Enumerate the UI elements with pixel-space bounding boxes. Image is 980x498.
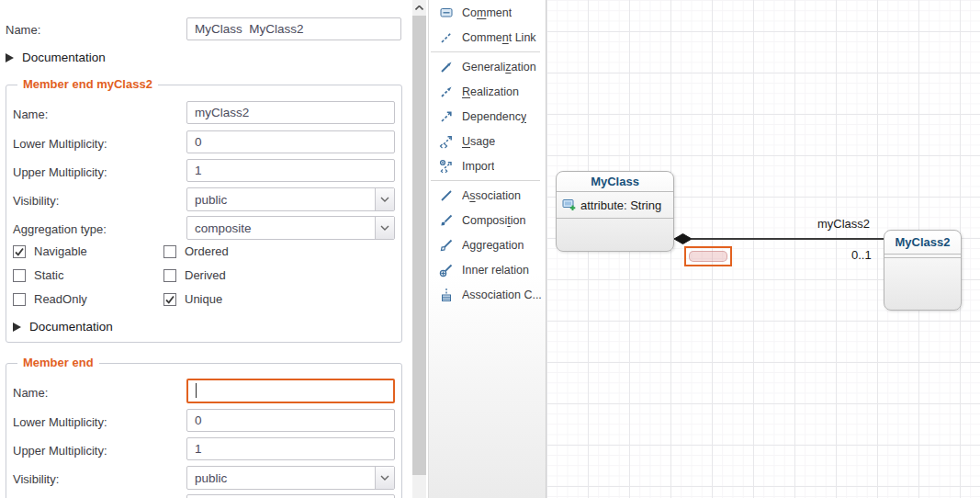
relations-palette: Comment Comment Link Generalization Real…	[428, 0, 546, 498]
palette-item-import[interactable]: Import	[429, 153, 546, 178]
checkbox-checked-icon[interactable]	[163, 293, 176, 306]
palette-item-generalization[interactable]: Generalization	[429, 54, 546, 79]
comment-link-icon	[439, 30, 454, 45]
generalization-icon	[439, 60, 454, 74]
name-label: Name:	[6, 23, 40, 37]
association-icon	[439, 188, 454, 203]
member1-visibility-select[interactable]: public	[186, 187, 395, 211]
checkbox-static[interactable]: Static	[13, 268, 163, 282]
palette-item-dependency[interactable]: Dependency	[429, 104, 546, 129]
attribute-text: attribute: String	[580, 198, 661, 212]
documentation-label: Documentation	[22, 51, 106, 64]
vertical-scrollbar[interactable]	[412, 0, 426, 498]
palette-item-label: Aggregation	[462, 239, 524, 252]
visibility-selected-value: public	[187, 193, 375, 207]
edge-label-editor[interactable]	[684, 246, 732, 266]
realization-icon	[439, 85, 454, 99]
member-end-legend: Member end	[17, 356, 99, 369]
association-class-icon	[439, 288, 454, 302]
upper-multiplicity-label: Upper Multiplicity:	[13, 444, 107, 458]
collapsed-triangle-icon	[13, 323, 21, 332]
checkbox-unchecked-icon[interactable]	[13, 269, 26, 282]
palette-item-label: Comment Link	[462, 31, 536, 44]
member1-flags-group: NavigableOrderedStaticDerivedReadOnlyUni…	[13, 244, 373, 306]
palette-item-usage[interactable]: Usage	[429, 129, 546, 153]
palette-item-label: Import	[462, 160, 494, 173]
checkbox-label: Derived	[185, 268, 226, 282]
association-name-input[interactable]	[186, 17, 401, 40]
visibility-label: Visibility:	[13, 194, 59, 208]
checkbox-label: Static	[34, 268, 64, 282]
lower-multiplicity-label: Lower Multiplicity:	[13, 415, 107, 429]
empty-attributes-compartment	[884, 255, 961, 258]
association-end-name-label[interactable]: myClass2	[817, 217, 870, 231]
palette-item-comment-link[interactable]: Comment Link	[429, 25, 546, 50]
text-caret	[196, 383, 197, 398]
checkbox-readonly[interactable]: ReadOnly	[13, 292, 163, 306]
composition-icon	[439, 213, 454, 228]
lower-multiplicity-label: Lower Multiplicity:	[13, 137, 107, 151]
documentation-toggle[interactable]: Documentation	[6, 51, 106, 64]
scroll-up-button[interactable]	[412, 0, 426, 16]
palette-item-realization[interactable]: Realization	[429, 79, 546, 104]
palette-item-label: Inner relation	[462, 264, 529, 277]
member2-visibility-select[interactable]: public	[186, 466, 395, 490]
member1-lower-multiplicity-input[interactable]	[186, 130, 395, 153]
member2-aggregation-select[interactable]	[186, 494, 395, 498]
palette-item-inner-relation[interactable]: Inner relation	[429, 257, 546, 282]
checkbox-unchecked-icon[interactable]	[163, 269, 176, 282]
documentation-toggle[interactable]: Documentation	[13, 320, 113, 334]
palette-item-aggregation[interactable]: Aggregation	[429, 232, 546, 257]
member2-lower-multiplicity-input[interactable]	[186, 409, 395, 432]
comment-icon	[439, 6, 454, 20]
name-label: Name:	[13, 108, 48, 121]
checkbox-label: Unique	[185, 292, 222, 306]
checkbox-unchecked-icon[interactable]	[163, 245, 176, 258]
edge-label-editor-field[interactable]	[689, 251, 727, 262]
palette-item-association-class[interactable]: Association C...	[429, 282, 546, 307]
palette-item-label: Comment	[462, 6, 512, 19]
chevron-down-icon[interactable]	[375, 188, 394, 210]
member-end-myclass2-legend: Member end myClass2	[17, 77, 158, 91]
usage-icon	[439, 134, 454, 149]
diagram-canvas[interactable]: MyClass attribute: String MyClass2 myCla…	[546, 0, 980, 498]
composite-diamond	[674, 234, 692, 244]
visibility-selected-value: public	[187, 471, 375, 485]
upper-multiplicity-label: Upper Multiplicity:	[13, 165, 107, 179]
member2-name-input[interactable]	[186, 379, 395, 403]
palette-item-comment[interactable]: Comment	[429, 0, 546, 25]
member1-upper-multiplicity-input[interactable]	[186, 159, 395, 182]
palette-item-label: Composition	[462, 214, 526, 227]
palette-item-label: Association C...	[462, 289, 542, 301]
palette-item-association[interactable]: Association	[429, 183, 546, 208]
member1-aggregation-select[interactable]: composite	[186, 216, 395, 240]
scrollbar-thumb[interactable]	[412, 16, 426, 475]
import-icon	[439, 159, 454, 174]
association-multiplicity-label[interactable]: 0..1	[851, 248, 872, 262]
checkbox-navigable[interactable]: Navigable	[13, 244, 163, 258]
checkbox-unchecked-icon[interactable]	[13, 293, 26, 306]
palette-item-label: Realization	[462, 85, 519, 98]
properties-panel: Name: Documentation Member end myClass2 …	[0, 0, 412, 498]
member1-name-input[interactable]	[186, 101, 395, 124]
chevron-down-icon[interactable]	[375, 467, 394, 489]
checkbox-label: ReadOnly	[34, 292, 87, 306]
chevron-down-icon[interactable]	[375, 217, 394, 239]
checkbox-label: Ordered	[185, 244, 229, 258]
palette-item-composition[interactable]: Composition	[429, 208, 546, 232]
checkbox-label: Navigable	[34, 244, 87, 258]
checkbox-ordered[interactable]: Ordered	[163, 244, 373, 258]
class-box-myclass[interactable]: MyClass attribute: String	[556, 171, 674, 252]
checkbox-unique[interactable]: Unique	[163, 292, 373, 306]
member2-upper-multiplicity-input[interactable]	[186, 437, 395, 460]
class-attribute-row[interactable]: attribute: String	[557, 192, 673, 219]
attribute-icon	[561, 197, 576, 214]
aggregation-icon	[439, 238, 454, 253]
class-title: MyClass2	[884, 231, 961, 255]
palette-separator	[431, 180, 540, 181]
class-box-myclass2[interactable]: MyClass2	[884, 230, 962, 311]
uml-editor-window: Name: Documentation Member end myClass2 …	[0, 0, 980, 498]
checkbox-derived[interactable]: Derived	[163, 268, 373, 282]
checkbox-checked-icon[interactable]	[13, 245, 26, 258]
aggregation-selected-value: composite	[187, 221, 375, 235]
